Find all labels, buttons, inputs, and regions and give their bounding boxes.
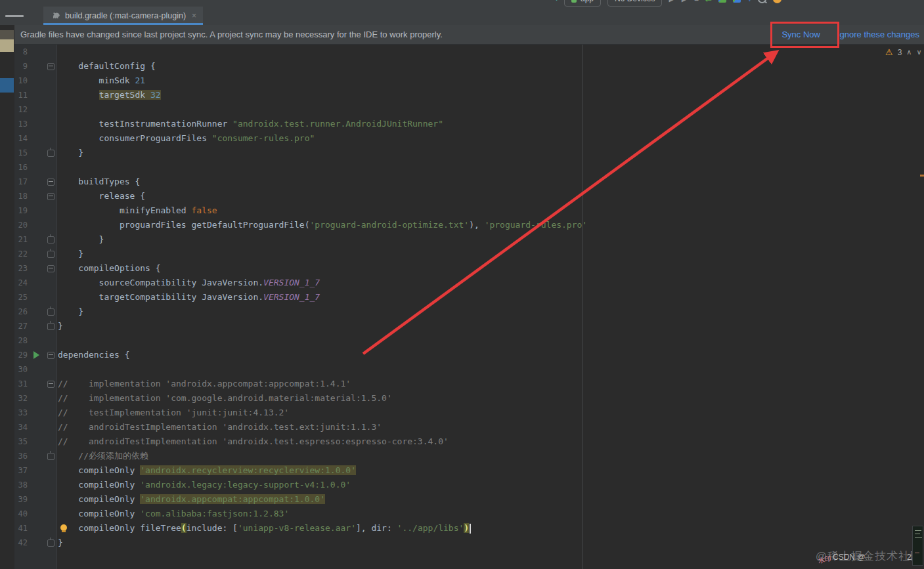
code-text[interactable]: defaultConfig { bbox=[56, 59, 924, 74]
stop-icon[interactable]: ■ bbox=[694, 0, 699, 3]
line-number[interactable]: 34 bbox=[0, 420, 28, 434]
line-number[interactable]: 32 bbox=[0, 391, 28, 406]
code-text[interactable]: // testImplementation 'junit:junit:4.13.… bbox=[56, 406, 924, 420]
code-line[interactable]: 9 defaultConfig { bbox=[0, 59, 924, 74]
code-text[interactable]: release { bbox=[56, 189, 924, 203]
code-line[interactable]: 36 //必须添加的依赖 bbox=[0, 449, 924, 463]
code-line[interactable]: 20 proguardFiles getDefaultProguardFile(… bbox=[0, 218, 924, 232]
line-number[interactable]: 13 bbox=[0, 117, 28, 131]
line-number[interactable]: 11 bbox=[0, 88, 28, 102]
line-number[interactable]: 40 bbox=[0, 507, 28, 521]
line-number[interactable]: 19 bbox=[0, 203, 28, 218]
line-number[interactable]: 22 bbox=[0, 247, 28, 261]
code-text[interactable]: targetCompatibility JavaVersion.VERSION_… bbox=[56, 290, 924, 305]
code-text[interactable]: testInstrumentationRunner "androidx.test… bbox=[56, 117, 924, 131]
code-text[interactable]: //必须添加的依赖 bbox=[56, 449, 924, 463]
run-line-icon[interactable] bbox=[33, 351, 39, 359]
device-manager-icon[interactable] bbox=[718, 0, 726, 3]
line-number[interactable]: 17 bbox=[0, 175, 28, 189]
line-number[interactable]: 27 bbox=[0, 319, 28, 333]
code-text[interactable]: } bbox=[56, 146, 924, 160]
fold-marker-icon[interactable] bbox=[47, 236, 55, 243]
code-text[interactable]: targetSdk 32 bbox=[56, 88, 924, 102]
fold-marker-icon[interactable] bbox=[47, 150, 55, 157]
line-number[interactable]: 9 bbox=[0, 59, 28, 74]
fold-marker-icon[interactable] bbox=[47, 193, 55, 200]
run-configuration-select[interactable]: app bbox=[564, 0, 601, 7]
code-line[interactable]: 26 } bbox=[0, 305, 924, 319]
device-select[interactable]: No Devices bbox=[607, 0, 662, 7]
code-text[interactable]: // androidTestImplementation 'androidx.t… bbox=[56, 434, 924, 449]
code-text[interactable]: compileOptions { bbox=[56, 261, 924, 276]
code-line[interactable]: 22 } bbox=[0, 247, 924, 261]
line-number[interactable]: 29 bbox=[0, 348, 28, 362]
code-text[interactable]: // implementation 'com.google.android.ma… bbox=[56, 391, 924, 406]
code-text[interactable]: // androidTestImplementation 'androidx.t… bbox=[56, 420, 924, 434]
code-line[interactable]: 35// androidTestImplementation 'androidx… bbox=[0, 434, 924, 449]
fold-marker-icon[interactable] bbox=[47, 179, 55, 186]
code-line[interactable]: 18 release { bbox=[0, 189, 924, 203]
line-number[interactable]: 21 bbox=[0, 232, 28, 247]
project-tree-row[interactable] bbox=[0, 30, 14, 39]
code-text[interactable]: buildTypes { bbox=[56, 175, 924, 189]
code-text[interactable]: compileOnly fileTree(include: ['uniapp-v… bbox=[56, 521, 924, 536]
code-text[interactable]: dependencies { bbox=[56, 348, 924, 362]
line-number[interactable]: 38 bbox=[0, 478, 28, 492]
code-text[interactable] bbox=[56, 362, 924, 377]
line-number[interactable]: 23 bbox=[0, 261, 28, 276]
line-number[interactable]: 16 bbox=[0, 160, 28, 175]
code-line[interactable]: 11 targetSdk 32 bbox=[0, 88, 924, 102]
code-line[interactable]: 33// testImplementation 'junit:junit:4.1… bbox=[0, 406, 924, 420]
code-line[interactable]: 23 compileOptions { bbox=[0, 261, 924, 276]
code-text[interactable]: } bbox=[56, 536, 924, 550]
line-number[interactable]: 37 bbox=[0, 463, 28, 478]
code-line[interactable]: 25 targetCompatibility JavaVersion.VERSI… bbox=[0, 290, 924, 305]
search-icon[interactable] bbox=[758, 0, 766, 3]
code-line[interactable]: 42} bbox=[0, 536, 924, 550]
code-text[interactable]: } bbox=[56, 319, 924, 333]
tab-build-gradle[interactable]: build.gradle (:mat-camera-plugin) × bbox=[43, 7, 203, 25]
code-line[interactable]: 41 compileOnly fileTree(include: ['uniap… bbox=[0, 521, 924, 536]
line-number[interactable]: 30 bbox=[0, 362, 28, 377]
line-number[interactable]: 18 bbox=[0, 189, 28, 203]
fold-marker-icon[interactable] bbox=[47, 265, 55, 272]
code-line[interactable]: 13 testInstrumentationRunner "androidx.t… bbox=[0, 117, 924, 131]
code-line[interactable]: 14 consumerProguardFiles "consumer-rules… bbox=[0, 131, 924, 146]
chevron-left-icon[interactable]: ‹ bbox=[555, 0, 558, 3]
next-warning-chevron-icon[interactable]: ∨ bbox=[916, 48, 921, 56]
code-line[interactable]: 32// implementation 'com.google.android.… bbox=[0, 391, 924, 406]
fold-marker-icon[interactable] bbox=[47, 63, 55, 70]
tool-window-dash-icon[interactable] bbox=[5, 15, 24, 17]
code-line[interactable]: 31// implementation 'androidx.appcompat:… bbox=[0, 377, 924, 391]
fold-marker-icon[interactable] bbox=[47, 381, 55, 388]
close-icon[interactable]: × bbox=[192, 11, 196, 20]
code-text[interactable] bbox=[56, 160, 924, 175]
code-line[interactable]: 29dependencies { bbox=[0, 348, 924, 362]
line-number[interactable]: 26 bbox=[0, 305, 28, 319]
code-text[interactable]: } bbox=[56, 232, 924, 247]
line-number[interactable]: 12 bbox=[0, 102, 28, 117]
code-line[interactable]: 17 buildTypes { bbox=[0, 175, 924, 189]
code-line[interactable]: 39 compileOnly 'androidx.appcompat:appco… bbox=[0, 492, 924, 507]
intention-bulb-icon[interactable] bbox=[60, 524, 67, 531]
code-text[interactable]: // implementation 'androidx.appcompat:ap… bbox=[56, 377, 924, 391]
run-icon[interactable]: ▶ bbox=[669, 0, 674, 3]
code-text[interactable]: minSdk 21 bbox=[56, 74, 924, 88]
fold-marker-icon[interactable] bbox=[47, 251, 55, 258]
code-text[interactable]: sourceCompatibility JavaVersion.VERSION_… bbox=[56, 276, 924, 290]
line-number[interactable]: 8 bbox=[0, 45, 28, 59]
code-line[interactable]: 12 bbox=[0, 102, 924, 117]
code-line[interactable]: 16 bbox=[0, 160, 924, 175]
code-area[interactable]: 89 defaultConfig {10 minSdk 2111 targetS… bbox=[0, 45, 924, 550]
code-text[interactable]: } bbox=[56, 305, 924, 319]
code-line[interactable]: 27} bbox=[0, 319, 924, 333]
fold-marker-icon[interactable] bbox=[47, 539, 55, 547]
code-line[interactable]: 37 compileOnly 'androidx.recyclerview:re… bbox=[0, 463, 924, 478]
fold-marker-icon[interactable] bbox=[47, 308, 55, 316]
fold-marker-icon[interactable] bbox=[47, 453, 55, 460]
code-text[interactable]: consumerProguardFiles "consumer-rules.pr… bbox=[56, 131, 924, 146]
fold-marker-icon[interactable] bbox=[47, 323, 55, 330]
code-text[interactable]: compileOnly 'com.alibaba:fastjson:1.2.83… bbox=[56, 507, 924, 521]
line-number[interactable]: 28 bbox=[0, 333, 28, 348]
code-line[interactable]: 28 bbox=[0, 333, 924, 348]
